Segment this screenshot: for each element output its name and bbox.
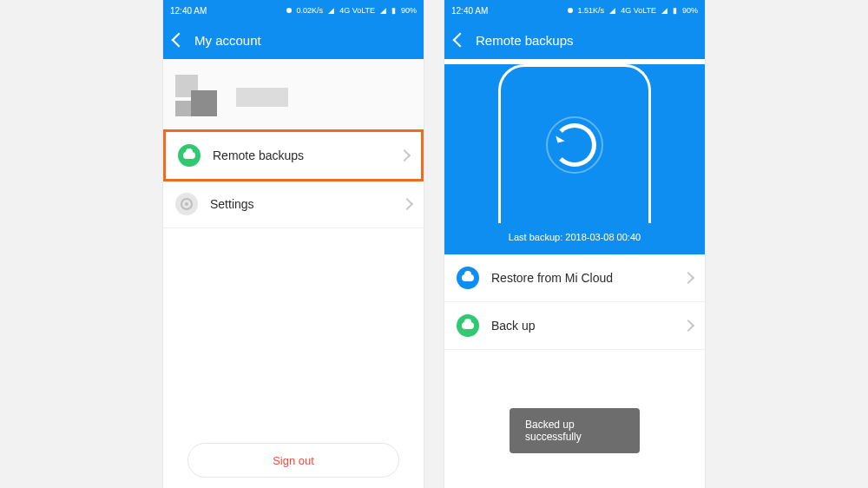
- back-icon[interactable]: [453, 33, 468, 48]
- page-title: My account: [194, 33, 261, 48]
- row-label: Restore from Mi Cloud: [491, 271, 613, 285]
- row-restore[interactable]: Restore from Mi Cloud: [444, 254, 705, 302]
- app-bar: Remote backups: [444, 21, 705, 59]
- app-bar: My account: [163, 21, 424, 59]
- toast: Backed up successfully: [510, 408, 640, 453]
- cloud-icon: [178, 144, 201, 167]
- cloud-upload-icon: [457, 314, 479, 337]
- backup-ring-icon: [546, 116, 603, 174]
- menu-list: Restore from Mi Cloud Back up: [444, 254, 705, 350]
- status-bar: 12:40 AM 0.02K/s ◢ 4G VoLTE ◢ ▮ 90%: [163, 0, 424, 21]
- signal-icon: ◢: [328, 6, 334, 15]
- battery-icon: ▮: [673, 6, 677, 15]
- signal-icon: ◢: [380, 6, 386, 15]
- row-remote-backups[interactable]: Remote backups: [166, 132, 421, 179]
- status-battery: 90%: [682, 6, 698, 15]
- profile-header[interactable]: [163, 59, 424, 130]
- back-icon[interactable]: [172, 33, 187, 48]
- status-net: 4G VoLTE: [339, 6, 375, 15]
- phone-my-account: 12:40 AM 0.02K/s ◢ 4G VoLTE ◢ ▮ 90% My a…: [163, 0, 424, 488]
- pixelated-name: [236, 88, 288, 107]
- cloud-download-icon: [457, 267, 479, 289]
- row-backup[interactable]: Back up: [444, 302, 705, 350]
- signal-icon: ◢: [609, 6, 615, 15]
- gear-icon: [175, 193, 198, 215]
- menu-list: Remote backups Settings: [163, 129, 424, 228]
- highlight-box: Remote backups: [163, 129, 424, 181]
- chevron-right-icon: [401, 198, 413, 210]
- signal-icon: ◢: [661, 6, 667, 15]
- chevron-right-icon: [682, 272, 694, 284]
- status-dot-icon: [568, 8, 573, 13]
- status-net: 4G VoLTE: [621, 6, 656, 15]
- status-time: 12:40 AM: [451, 6, 488, 16]
- row-label: Settings: [210, 197, 254, 211]
- status-time: 12:40 AM: [170, 6, 207, 16]
- hero-area: Last backup: 2018-03-08 00:40: [444, 64, 705, 254]
- status-bar: 12:40 AM 1.51K/s ◢ 4G VoLTE ◢ ▮ 90%: [444, 0, 705, 21]
- status-speed: 1.51K/s: [578, 6, 605, 15]
- avatar: [175, 75, 220, 120]
- row-settings[interactable]: Settings: [163, 181, 424, 228]
- status-battery: 90%: [401, 6, 417, 15]
- status-speed: 0.02K/s: [297, 6, 324, 15]
- phone-remote-backups: 12:40 AM 1.51K/s ◢ 4G VoLTE ◢ ▮ 90% Remo…: [444, 0, 705, 488]
- row-label: Back up: [491, 319, 536, 333]
- phone-outline-icon: [498, 64, 651, 223]
- row-label: Remote backups: [213, 148, 304, 162]
- chevron-right-icon: [682, 320, 694, 332]
- page-title: Remote backups: [476, 33, 574, 48]
- chevron-right-icon: [398, 149, 411, 162]
- status-dot-icon: [286, 8, 292, 13]
- last-backup-text: Last backup: 2018-03-08 00:40: [444, 232, 705, 242]
- sign-out-button[interactable]: Sign out: [187, 443, 399, 478]
- battery-icon: ▮: [391, 6, 396, 15]
